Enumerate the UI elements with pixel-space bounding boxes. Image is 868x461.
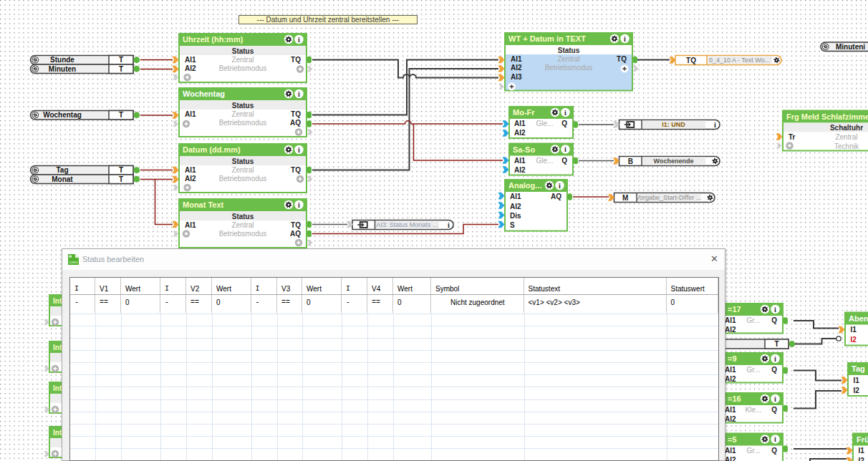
svg-text:0_4_10 A - Text Wo...: 0_4_10 A - Text Wo... — [709, 57, 770, 64]
svg-text:Betriebsmodus: Betriebsmodus — [219, 64, 267, 72]
svg-text:Monat Text: Monat Text — [183, 200, 224, 209]
svg-text:Status: Status — [232, 157, 254, 165]
svg-text:i: i — [298, 90, 300, 98]
svg-text:Wochentag: Wochentag — [43, 111, 82, 119]
svg-text:Betriebsmodus: Betriebsmodus — [219, 119, 267, 127]
svg-text:AQ: AQ — [290, 119, 301, 127]
svg-text:Q: Q — [771, 366, 777, 374]
svg-text:i: i — [774, 306, 776, 314]
svg-text:Frg Meld Schlafzimmer: Frg Meld Schlafzimmer — [786, 112, 868, 121]
svg-text:TQ: TQ — [291, 166, 301, 174]
svg-text:Gr...: Gr... — [747, 366, 761, 374]
svg-text:AI2: AI2 — [725, 326, 736, 334]
svg-text:AQ: AQ — [551, 193, 561, 200]
svg-text:i: i — [564, 145, 566, 153]
svg-text:Technik: Technik — [834, 142, 859, 150]
svg-text:Gle...: Gle... — [536, 120, 554, 127]
svg-text:Status: Status — [232, 213, 254, 220]
svg-text:AI2: AI2 — [725, 456, 736, 461]
svg-text:M: M — [622, 194, 628, 202]
svg-text:Monat: Monat — [52, 175, 73, 183]
svg-text:T: T — [119, 175, 123, 183]
svg-text:=16: =16 — [728, 394, 741, 403]
svg-text:i: i — [774, 355, 776, 363]
svg-text:WT + Datum in TEXT: WT + Datum in TEXT — [508, 34, 586, 43]
svg-text:AI2: AI2 — [510, 203, 521, 210]
svg-text:i: i — [448, 221, 450, 229]
svg-text:=17: =17 — [728, 305, 741, 314]
svg-text:Vorgabe_Start-Differ ...: Vorgabe_Start-Differ ... — [636, 194, 702, 201]
svg-text:Status: Status — [232, 47, 254, 55]
svg-text:AI3: AI3 — [511, 73, 522, 81]
svg-text:Q: Q — [561, 120, 567, 127]
svg-text:i: i — [298, 201, 300, 209]
svg-text:Tag: Tag — [56, 166, 68, 174]
svg-text:Betriebsmodus: Betriebsmodus — [545, 64, 593, 72]
svg-text:i: i — [624, 35, 626, 43]
svg-text:S: S — [510, 221, 515, 229]
svg-text:AI3: Status Monats ...: AI3: Status Monats ... — [376, 221, 438, 228]
svg-text:AI1: AI1 — [511, 55, 522, 63]
svg-text:Int: Int — [53, 429, 62, 437]
svg-text:T: T — [119, 65, 123, 73]
svg-text:Minuten: Minuten — [49, 65, 76, 73]
svg-text:AQ: AQ — [290, 230, 301, 238]
svg-text:Gle...: Gle... — [536, 157, 554, 165]
svg-text:i: i — [774, 435, 776, 443]
svg-text:Tr: Tr — [789, 133, 796, 141]
svg-text:Früh: Früh — [857, 435, 868, 444]
svg-text:Zentral: Zentral — [231, 166, 254, 174]
svg-text:Int: Int — [53, 344, 62, 351]
svg-text:Status: Status — [558, 47, 580, 54]
svg-text:AI1: AI1 — [185, 166, 196, 174]
svg-text:Gr...: Gr... — [747, 447, 761, 455]
svg-text:I1: I1 — [851, 326, 857, 334]
svg-text:Q: Q — [771, 406, 777, 414]
svg-text:Kle...: Kle... — [746, 406, 762, 414]
svg-text:T: T — [119, 166, 123, 174]
svg-text:i: i — [298, 36, 300, 44]
svg-text:TQ: TQ — [617, 55, 627, 63]
svg-text:AI2: AI2 — [185, 64, 196, 72]
svg-text:i: i — [298, 146, 300, 154]
svg-text:Stunde: Stunde — [50, 56, 74, 64]
svg-text:I2: I2 — [854, 387, 860, 394]
svg-text:Zentral: Zentral — [231, 221, 254, 229]
svg-text:Dis: Dis — [510, 212, 521, 220]
svg-text:AI2: AI2 — [514, 129, 526, 137]
svg-text:T: T — [119, 111, 123, 119]
svg-text:Abend: Abend — [849, 314, 868, 323]
svg-text:AI1: AI1 — [725, 316, 736, 324]
svg-text:AI1: AI1 — [185, 56, 196, 64]
svg-text:Int: Int — [53, 384, 62, 392]
svg-text:TQ: TQ — [291, 221, 301, 229]
svg-text:T: T — [774, 340, 778, 348]
svg-text:AI1: AI1 — [185, 221, 196, 229]
svg-text:AI2: AI2 — [511, 64, 522, 72]
svg-text:i: i — [564, 109, 566, 117]
svg-text:Mo-Fr: Mo-Fr — [513, 108, 535, 117]
svg-text:Minuteni: Minuteni — [836, 43, 865, 51]
svg-text:Q: Q — [561, 157, 567, 165]
svg-text:Schaltuhr: Schaltuhr — [830, 124, 863, 132]
svg-text:Zentral: Zentral — [231, 110, 254, 118]
svg-text:I1: I1 — [859, 447, 865, 455]
svg-text:I2: I2 — [851, 336, 857, 344]
svg-text:Analog...: Analog... — [508, 181, 541, 190]
svg-text:AI2: AI2 — [185, 175, 196, 183]
svg-text:Wochentag: Wochentag — [183, 89, 225, 98]
svg-text:=5: =5 — [728, 435, 737, 444]
svg-text:Q: Q — [771, 316, 777, 324]
svg-text:B: B — [628, 157, 633, 165]
svg-text:T: T — [119, 56, 123, 64]
svg-text:AI1: AI1 — [725, 406, 736, 414]
svg-text:CONFIG: CONFIG — [69, 261, 78, 264]
svg-text:Zentral: Zentral — [835, 133, 857, 141]
svg-text:AI1: AI1 — [510, 193, 521, 200]
svg-text:TQ: TQ — [686, 57, 696, 64]
svg-text:I2: I2 — [859, 457, 865, 461]
svg-text:AI1: AI1 — [725, 447, 736, 455]
svg-text:AI1: AI1 — [514, 120, 526, 127]
svg-text:Datum (dd.mm): Datum (dd.mm) — [183, 145, 241, 154]
svg-text:I1: UND: I1: UND — [662, 121, 685, 128]
